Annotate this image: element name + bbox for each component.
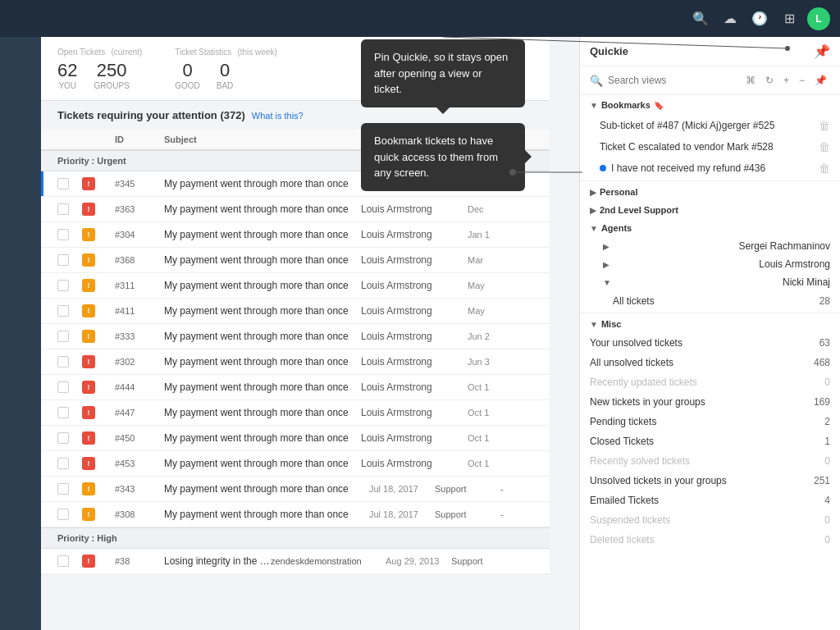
emailed-tickets-item[interactable]: Emailed Tickets 4 [580, 491, 840, 510]
row-checkbox[interactable] [57, 509, 69, 520]
ticket-agent: Louis Armstrong [361, 458, 468, 469]
ticket-agent: Louis Armstrong [361, 305, 468, 317]
row-checkbox[interactable] [57, 203, 69, 215]
avatar[interactable]: L [807, 7, 830, 30]
table-row[interactable]: ! #411 My payment went through more than… [41, 299, 550, 324]
ticket-subject: My payment went through more than once [164, 280, 361, 291]
agent-item[interactable]: ▶ Louis Armstrong [580, 255, 840, 273]
row-checkbox[interactable] [57, 458, 69, 469]
row-checkbox[interactable] [57, 483, 69, 495]
agents-heading[interactable]: ▼ Agents [580, 219, 840, 237]
collapse-icon: ▼ [590, 224, 598, 233]
table-row[interactable]: ! #444 My payment went through more than… [41, 375, 550, 400]
delete-bookmark-icon[interactable]: 🗑 [819, 140, 830, 153]
table-row[interactable]: ! #368 My payment went through more than… [41, 248, 550, 273]
ticket-agent: Louis Armstrong [361, 229, 468, 240]
remove-view-button[interactable]: − [796, 73, 808, 88]
bookmark-item[interactable]: Ticket C escalated to vendor Mark #528 🗑 [580, 136, 840, 158]
ticket-date: May [468, 306, 533, 316]
row-checkbox[interactable] [57, 305, 69, 317]
misc-item[interactable]: New tickets in your groups 169 [580, 392, 840, 412]
delete-bookmark-icon[interactable]: 🗑 [819, 119, 830, 132]
refresh-icon[interactable]: ↻ [762, 73, 777, 88]
table-row[interactable]: ! #38 Losing integrity in the containmen… [41, 549, 550, 574]
agent-item-expanded[interactable]: ▼ Nicki Minaj [580, 273, 840, 291]
misc-item[interactable]: Your unsolved tickets 63 [580, 333, 840, 353]
misc-item-count: 0 [824, 534, 830, 546]
misc-item[interactable]: Closed Tickets 1 [580, 431, 840, 451]
misc-item[interactable]: All unsolved tickets 468 [580, 353, 840, 372]
misc-heading[interactable]: ▼ Misc [580, 315, 840, 333]
clock-icon[interactable]: 🕐 [748, 7, 771, 30]
delete-bookmark-icon[interactable]: 🗑 [819, 162, 830, 175]
divider [580, 313, 840, 313]
row-checkbox[interactable] [57, 229, 69, 240]
personal-heading[interactable]: ▶ Personal [580, 183, 840, 201]
agents-label: Agents [601, 223, 632, 233]
what-is-this-link[interactable]: What is this? [252, 111, 304, 121]
agent-item[interactable]: ▶ Sergei Rachmaninov [580, 237, 840, 255]
ticket-subject: My payment went through more than once [164, 381, 361, 393]
pin-icon[interactable]: 📌 [811, 73, 830, 88]
table-row[interactable]: ! #450 My payment went through more than… [41, 426, 550, 451]
bookmark-item[interactable]: Sub-ticket of #487 (Micki Aj)gerger #525… [580, 115, 840, 136]
ticket-agent: Louis Armstrong [361, 356, 468, 368]
table-row[interactable]: ! #311 My payment went through more than… [41, 273, 550, 299]
bookmark-item-active[interactable]: I have not received my refund #436 🗑 [580, 158, 840, 179]
table-row[interactable]: ! #308 My payment went through more than… [41, 502, 550, 527]
misc-item-label: Recently updated tickets [590, 377, 697, 388]
quickie-pin-button[interactable]: 📌 [814, 43, 830, 59]
bookmarks-section: ▼ Bookmarks 🔖 Sub-ticket of #487 (Micki … [580, 95, 840, 179]
priority-indicator: ! [82, 228, 95, 241]
misc-item[interactable]: Unsolved tickets in your groups 251 [580, 471, 840, 491]
add-view-button[interactable]: + [780, 73, 792, 88]
search-input[interactable] [608, 75, 737, 86]
row-checkbox[interactable] [57, 331, 69, 342]
misc-item[interactable]: Pending tickets 2 [580, 412, 840, 431]
ticket-subject: My payment went through more than once [164, 432, 361, 444]
table-row[interactable]: ! #333 My payment went through more than… [41, 324, 550, 349]
bookmarks-label: Bookmarks [601, 100, 651, 110]
quickie-title: Quickie [590, 45, 628, 57]
row-checkbox[interactable] [57, 555, 69, 567]
ticket-id: #345 [115, 179, 164, 189]
priority-indicator: ! [82, 330, 95, 343]
ticket-updated: - [500, 484, 533, 494]
table-row[interactable]: ! #447 My payment went through more than… [41, 400, 550, 426]
priority-indicator: ! [82, 253, 95, 267]
bookmarks-heading[interactable]: ▼ Bookmarks 🔖 [580, 95, 840, 115]
row-checkbox[interactable] [57, 280, 69, 291]
grid-icon[interactable]: ⊞ [778, 7, 801, 30]
row-checkbox[interactable] [57, 407, 69, 418]
misc-item-count: 1 [824, 436, 830, 447]
ticket-id: #363 [115, 204, 164, 214]
misc-section: ▼ Misc Your unsolved tickets 63 All unso… [580, 315, 840, 550]
open-tickets-label: Open Tickets (current) [57, 47, 142, 57]
search-actions: ⌘ ↻ + − 📌 [742, 73, 830, 88]
keyboard-shortcut-icon[interactable]: ⌘ [742, 73, 759, 88]
cloud-icon[interactable]: ☁ [719, 7, 742, 30]
misc-item-count: 2 [824, 416, 830, 427]
row-checkbox[interactable] [57, 356, 69, 368]
second-level-heading[interactable]: ▶ 2nd Level Support [580, 201, 840, 219]
row-checkbox[interactable] [57, 432, 69, 444]
quickie-panel: Quickie 📌 🔍 ⌘ ↻ + − 📌 ▼ Bookmarks 🔖 Sub-… [579, 37, 840, 630]
misc-item-label: All unsolved tickets [590, 357, 673, 368]
priority-indicator: ! [82, 482, 95, 495]
search-icon: 🔍 [590, 75, 603, 87]
callout-pin-quickie: Pin Quickie, so it stays open after open… [361, 39, 525, 107]
row-checkbox[interactable] [57, 381, 69, 393]
ticket-stats-label: Ticket Statistics (this week) [175, 47, 277, 57]
agent-sub-item[interactable]: All tickets 28 [580, 291, 840, 311]
ticket-subject: My payment went through more than once [164, 178, 361, 189]
ticket-subject: My payment went through more than once [164, 203, 361, 215]
table-row[interactable]: ! #343 My payment went through more than… [41, 477, 550, 502]
row-checkbox[interactable] [57, 178, 69, 189]
table-row[interactable]: ! #453 My payment went through more than… [41, 451, 550, 477]
search-icon[interactable]: 🔍 [689, 7, 712, 30]
ticket-subject: My payment went through more than once [164, 254, 361, 266]
table-row[interactable]: ! #302 My payment went through more than… [41, 349, 550, 375]
table-row[interactable]: ! #304 My payment went through more than… [41, 222, 550, 248]
table-row[interactable]: ! #363 My payment went through more than… [41, 197, 550, 222]
row-checkbox[interactable] [57, 254, 69, 266]
